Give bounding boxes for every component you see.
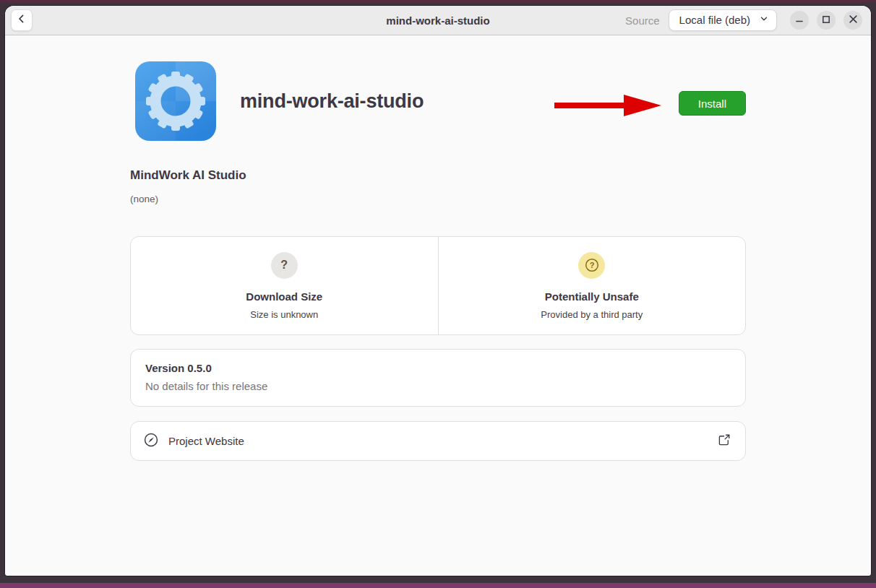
minimize-icon (795, 14, 804, 27)
app-header: mind-work-ai-studio Install (130, 61, 746, 141)
source-dropdown-value: Local file (deb) (679, 14, 750, 26)
question-mark-icon: ? (271, 252, 298, 279)
tile-subtitle: Size is unknown (250, 309, 318, 320)
context-tiles: ? Download Size Size is unknown ? Potent… (130, 236, 746, 335)
app-display-name: MindWork AI Studio (130, 168, 746, 183)
tile-title: Potentially Unsafe (545, 290, 639, 303)
close-button[interactable] (843, 11, 862, 30)
maximize-button[interactable] (817, 11, 836, 30)
source-dropdown[interactable]: Local file (deb) (669, 9, 777, 31)
headerbar: mind-work-ai-studio Source Local file (d… (5, 6, 871, 35)
software-window: mind-work-ai-studio Source Local file (d… (5, 6, 871, 576)
red-arrow-annotation (554, 92, 663, 118)
external-link-icon (718, 433, 731, 449)
app-developer: (none) (130, 194, 746, 204)
version-title: Version 0.5.0 (145, 362, 731, 374)
window-controls (790, 11, 862, 30)
svg-text:?: ? (589, 261, 594, 269)
question-circle-icon: ? (578, 252, 605, 279)
source-label: Source (625, 14, 660, 27)
compass-icon (143, 432, 159, 451)
download-size-tile[interactable]: ? Download Size Size is unknown (131, 237, 439, 334)
page-title: mind-work-ai-studio (240, 90, 424, 113)
desktop-accent-strip (0, 583, 876, 588)
maximize-icon (822, 14, 830, 27)
chevron-down-icon (759, 14, 769, 26)
chevron-left-icon (16, 13, 27, 27)
headerbar-right: Source Local file (deb) (625, 9, 862, 31)
back-button[interactable] (11, 9, 33, 31)
app-details-page: mind-work-ai-studio Install MindWork AI … (5, 35, 871, 576)
version-card: Version 0.5.0 No details for this releas… (130, 349, 746, 407)
window-title: mind-work-ai-studio (386, 14, 489, 27)
install-button[interactable]: Install (679, 91, 746, 116)
safety-tile[interactable]: ? Potentially Unsafe Provided by a third… (439, 237, 746, 334)
tile-subtitle: Provided by a third party (541, 309, 643, 320)
app-icon (135, 61, 216, 141)
website-label: Project Website (168, 435, 244, 447)
close-icon (849, 14, 858, 27)
version-subtitle: No details for this release (145, 380, 731, 392)
tile-title: Download Size (246, 290, 322, 303)
minimize-button[interactable] (790, 11, 809, 30)
project-website-link[interactable]: Project Website (130, 421, 746, 461)
